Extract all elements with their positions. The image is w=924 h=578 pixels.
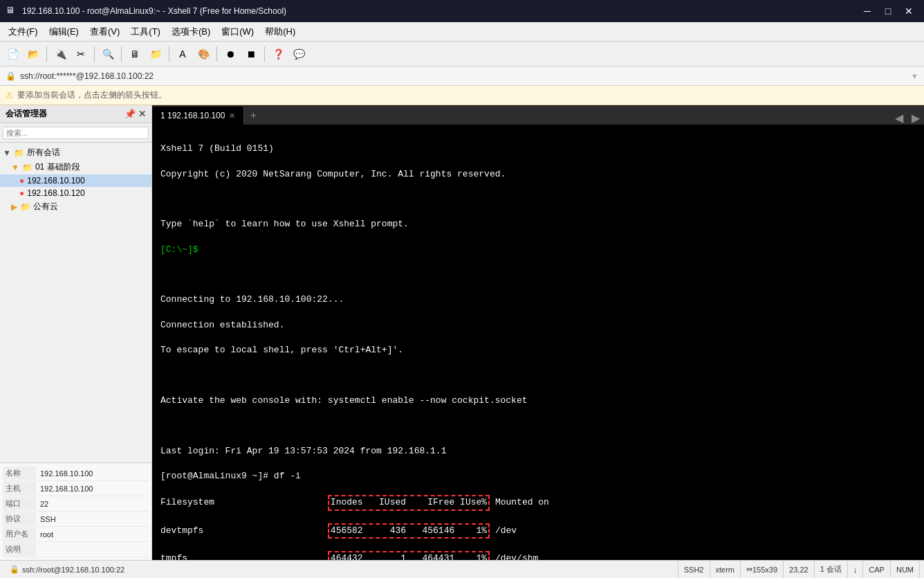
status-path-section: 🔒 ssh://root@192.168.10.100:22 xyxy=(4,561,678,578)
menu-window[interactable]: 窗口(W) xyxy=(216,24,259,39)
terminal-area: 1 192.168.10.100 ✕ + ◀ ▶ Xshell 7 (Build… xyxy=(152,105,924,560)
tree-item-label3: 192.168.10.100 xyxy=(27,176,84,186)
terminal-line-13: [root@AlmaLinux9 ~]# df -i xyxy=(160,470,916,482)
status-position-section: 23,22 xyxy=(784,561,815,578)
session-icon2: ● xyxy=(19,188,24,198)
status-terminal-section: xterm xyxy=(710,561,741,578)
terminal-line-12: Last login: Fri Apr 19 13:57:53 2024 fro… xyxy=(160,445,916,458)
find-btn[interactable]: 🔍 xyxy=(98,44,118,64)
info-value-notes xyxy=(36,548,44,551)
title-bar: 🖥 192.168.10.100 - root@AlmaLinux9:~ - X… xyxy=(0,0,924,22)
status-sessions: 1 会话 xyxy=(820,564,842,575)
info-row-protocol: 协议 SSH xyxy=(3,512,149,527)
status-path: ssh://root@192.168.10.100:22 xyxy=(22,566,124,574)
tab-nav-right[interactable]: ▶ xyxy=(907,111,924,125)
tree-expand-icon: ▼ xyxy=(3,148,11,158)
tree-item-label4: 192.168.10.120 xyxy=(27,188,84,198)
status-scroll-down: ↓ xyxy=(853,566,858,574)
minimize-button[interactable]: ─ xyxy=(858,3,877,19)
info-row-name: 名称 192.168.10.100 xyxy=(3,466,149,481)
menu-bar: 文件(F) 编辑(E) 查看(V) 工具(T) 选项卡(B) 窗口(W) 帮助(… xyxy=(0,22,924,42)
terminal-line-1: Copyright (c) 2020 NetSarang Computer, I… xyxy=(160,168,916,181)
toolbar: 📄 📂 🔌 ✂ 🔍 🖥 📁 A 🎨 ⏺ ⏹ ❓ 💬 xyxy=(0,42,924,66)
tree-expand-icon3: ▶ xyxy=(11,202,17,212)
tab-nav: ◀ ▶ xyxy=(891,111,924,125)
tree-expand-icon2: ▼ xyxy=(11,163,19,172)
tree-item-192-168-10-100[interactable]: ● 192.168.10.100 xyxy=(0,174,151,187)
info-label-host: 主机 xyxy=(3,482,36,495)
tree-item-192-168-10-120[interactable]: ● 192.168.10.120 xyxy=(0,187,151,199)
session-search-input[interactable] xyxy=(3,127,149,139)
info-label-name: 名称 xyxy=(3,467,36,480)
session-tree: ▼ 📁 所有会话 ▼ 📁 01 基础阶段 ● 192.168.10.100 ● … xyxy=(0,143,151,462)
tab-add-btn[interactable]: + xyxy=(244,107,262,125)
menu-edit[interactable]: 编辑(E) xyxy=(44,24,84,39)
status-protocol-section: SSH2 xyxy=(678,561,710,578)
terminal-line-9 xyxy=(160,370,916,382)
session-panel-pin[interactable]: 📌 xyxy=(124,109,136,119)
tree-item-group1[interactable]: ▼ 📁 01 基础阶段 xyxy=(0,160,151,174)
status-terminal: xterm xyxy=(716,566,735,574)
info-row-user: 用户名 root xyxy=(3,527,149,542)
status-cap-section: CAP xyxy=(863,561,891,578)
window-controls: ─ □ ✕ xyxy=(858,3,918,19)
status-num-section: NUM xyxy=(891,561,920,578)
session-search-bar xyxy=(0,123,151,143)
tree-item-label2: 01 基础阶段 xyxy=(35,161,80,173)
status-sessions-section: 1 会话 xyxy=(815,561,848,578)
open-btn[interactable]: 📂 xyxy=(24,44,43,64)
terminal-line-3: Type `help` to learn how to use Xshell p… xyxy=(160,218,916,231)
session-panel-close[interactable]: ✕ xyxy=(138,109,146,119)
banner-text: 要添加当前会话，点击左侧的箭头按钮。 xyxy=(17,89,167,101)
tab-1[interactable]: 1 192.168.10.100 ✕ xyxy=(152,107,244,125)
status-ssh-icon: 🔒 xyxy=(10,565,19,574)
session-mgr-btn[interactable]: 🖥 xyxy=(125,44,145,64)
terminal-line-5 xyxy=(160,269,916,281)
info-value-port: 22 xyxy=(36,498,53,509)
help-btn[interactable]: ❓ xyxy=(268,44,288,64)
terminal-line-8: To escape to local shell, press 'Ctrl+Al… xyxy=(160,344,916,356)
info-value-user: root xyxy=(36,529,57,540)
menu-file[interactable]: 文件(F) xyxy=(3,24,44,39)
font-btn[interactable]: A xyxy=(173,44,192,64)
tab-nav-left[interactable]: ◀ xyxy=(891,111,907,125)
terminal-line-4: [C:\~]$ xyxy=(160,244,916,256)
terminal-line-6: Connecting to 192.168.10.100:22... xyxy=(160,293,916,306)
tree-item-label: 所有会话 xyxy=(27,147,60,159)
banner-icon: ⚠ xyxy=(6,91,13,100)
terminal-line-11 xyxy=(160,419,916,432)
tab-close-btn[interactable]: ✕ xyxy=(229,111,235,120)
info-label-protocol: 协议 xyxy=(3,512,36,525)
info-row-port: 端口 22 xyxy=(3,496,149,512)
menu-view[interactable]: 查看(V) xyxy=(84,24,125,39)
menu-tools[interactable]: 工具(T) xyxy=(125,24,166,39)
banner: ⚠ 要添加当前会话，点击左侧的箭头按钮。 xyxy=(0,86,924,105)
status-bar: 🔒 ssh://root@192.168.10.100:22 SSH2 xter… xyxy=(0,560,924,578)
record-btn[interactable]: ⏺ xyxy=(221,44,240,64)
status-scroll-section[interactable]: ↓ xyxy=(848,561,864,578)
update-btn[interactable]: 💬 xyxy=(289,44,308,64)
new-session-btn[interactable]: 📄 xyxy=(3,44,22,64)
tree-item-all-sessions[interactable]: ▼ 📁 所有会话 xyxy=(0,145,151,160)
status-size: 155x39 xyxy=(752,566,777,574)
disconnect-btn[interactable]: ✂ xyxy=(71,44,91,64)
status-cap: CAP xyxy=(869,566,885,574)
status-size-section: ⇔ 155x39 xyxy=(741,561,784,578)
sftp-btn[interactable]: 📁 xyxy=(146,44,165,64)
info-value-host: 192.168.10.100 xyxy=(36,483,97,494)
tab-bar: 1 192.168.10.100 ✕ + ◀ ▶ xyxy=(152,105,924,125)
session-panel-header: 会话管理器 📌 ✕ xyxy=(0,105,151,123)
lock-icon: 🔒 xyxy=(6,71,16,81)
color-btn[interactable]: 🎨 xyxy=(194,44,213,64)
menu-help[interactable]: 帮助(H) xyxy=(259,24,301,39)
maximize-button[interactable]: □ xyxy=(878,3,898,19)
info-row-host: 主机 192.168.10.100 xyxy=(3,481,149,496)
stop-btn[interactable]: ⏹ xyxy=(241,44,261,64)
connect-btn[interactable]: 🔌 xyxy=(50,44,70,64)
menu-tab[interactable]: 选项卡(B) xyxy=(166,24,216,39)
terminal[interactable]: Xshell 7 (Build 0151) Copyright (c) 2020… xyxy=(152,125,924,560)
tree-item-label5: 公有云 xyxy=(33,201,58,213)
tree-item-cloud[interactable]: ▶ 📁 公有云 xyxy=(0,199,151,214)
session-info: 名称 192.168.10.100 主机 192.168.10.100 端口 2… xyxy=(0,462,151,560)
close-button[interactable]: ✕ xyxy=(899,3,918,19)
